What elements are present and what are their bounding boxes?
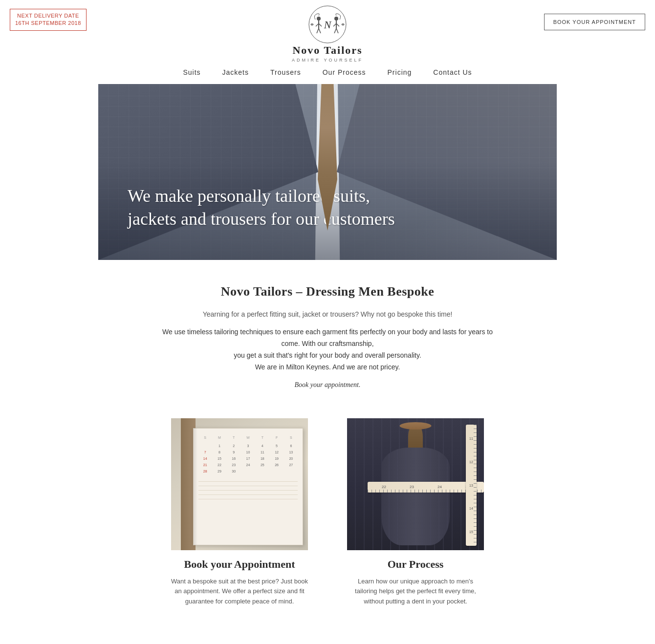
nav-trousers[interactable]: Trousers xyxy=(260,68,312,76)
svg-line-6 xyxy=(317,28,319,33)
card-our-process-image: 22 23 24 25 11 12 13 14 15 xyxy=(347,418,484,550)
intro-body: We use timeless tailoring techniques to … xyxy=(154,326,501,373)
hero-section: We make personally tailored suits, jacke… xyxy=(98,84,557,260)
card-our-process: 22 23 24 25 11 12 13 14 15 xyxy=(347,418,484,607)
card-process-desc: Learn how our unique approach to men's t… xyxy=(347,577,484,607)
svg-point-2 xyxy=(317,17,321,21)
hero-background: We make personally tailored suits, jacke… xyxy=(98,84,557,260)
svg-point-8 xyxy=(334,17,338,21)
delivery-line1: Next Delivery Date xyxy=(17,13,79,19)
intro-heading: Novo Tailors – Dressing Men Bespoke xyxy=(154,284,501,299)
intro-section: Novo Tailors – Dressing Men Bespoke Year… xyxy=(144,260,511,404)
nav-pricing[interactable]: Pricing xyxy=(377,68,423,76)
logo-emblem: N xyxy=(308,5,347,44)
logo-text: Novo Tailors xyxy=(292,44,362,57)
card-book-appointment-image: S M T W T F S 1 2 3 xyxy=(171,418,308,550)
intro-subtext: Yearning for a perfect fitting suit, jac… xyxy=(154,309,501,320)
nav-jackets[interactable]: Jackets xyxy=(212,68,260,76)
card-book-appointment: S M T W T F S 1 2 3 xyxy=(171,418,308,607)
main-nav: Suits Jackets Trousers Our Process Prici… xyxy=(0,63,655,84)
card-book-title: Book your Appointment xyxy=(171,558,308,571)
book-appointment-header-button[interactable]: Book your Appointment xyxy=(544,14,645,30)
nav-contact-us[interactable]: Contact Us xyxy=(422,68,482,76)
nav-suits[interactable]: Suits xyxy=(172,68,211,76)
svg-text:N: N xyxy=(324,19,332,31)
header: Next Delivery Date 16th September 2018 N xyxy=(0,0,655,63)
nav-our-process[interactable]: Our Process xyxy=(312,68,377,76)
delivery-line2: 16th September 2018 xyxy=(15,20,81,26)
cards-section: S M T W T F S 1 2 3 xyxy=(83,404,572,636)
card-process-title: Our Process xyxy=(347,558,484,571)
svg-line-12 xyxy=(334,28,336,33)
svg-line-7 xyxy=(319,28,321,33)
svg-line-13 xyxy=(336,28,338,33)
delivery-badge: Next Delivery Date 16th September 2018 xyxy=(10,9,87,31)
logo-area: N Novo Tailors Adm xyxy=(292,5,363,63)
card-book-desc: Want a bespoke suit at the best price? J… xyxy=(171,577,308,607)
logo-tagline: Admire Yourself xyxy=(292,58,363,63)
intro-book-link[interactable]: Book your appointment. xyxy=(295,381,361,388)
hero-title-line2: jackets and trousers for our customers xyxy=(128,209,395,229)
